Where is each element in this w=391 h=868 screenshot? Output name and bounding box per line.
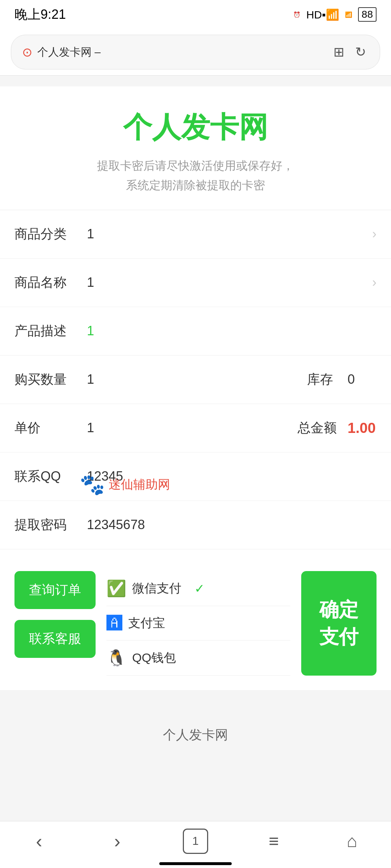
qq-wallet-icon: 🐧 <box>106 648 126 667</box>
status-time: 晚上9:21 <box>14 6 66 24</box>
stock-label: 库存 <box>307 371 333 388</box>
wechat-pay-item[interactable]: ✅ 微信支付 ✓ <box>106 571 290 606</box>
tabs-button[interactable]: 1 <box>177 829 214 854</box>
bottom-nav: ‹ › 1 ≡ ⌂ <box>0 821 391 868</box>
qq-label: 联系QQ <box>14 468 87 485</box>
qq-value: 12345 <box>87 469 377 484</box>
product-name-value: 1 <box>87 275 372 290</box>
qq-row: 联系QQ 12345 <box>0 452 391 501</box>
menu-icon: ≡ <box>269 831 279 851</box>
bookmark-button[interactable]: ⊞ <box>331 42 347 63</box>
alipay-label: 支付宝 <box>128 615 165 631</box>
site-title: 个人发卡网 <box>14 108 377 147</box>
unit-price-label: 单价 <box>14 419 87 437</box>
total-value: 1.00 <box>348 420 377 436</box>
refresh-button[interactable]: ↻ <box>352 42 369 63</box>
category-row[interactable]: 商品分类 1 › <box>0 210 391 259</box>
alarm-icon: ⏰ <box>293 11 300 18</box>
url-bar[interactable]: ⊙ 个人发卡网 – ⊞ ↻ <box>11 35 380 69</box>
home-icon: ⌂ <box>347 831 357 851</box>
alipay-item[interactable]: 🅰 支付宝 <box>106 606 290 641</box>
stock-value: 0 <box>348 372 377 387</box>
confirm-payment-button[interactable]: 确定支付 <box>301 571 377 676</box>
quantity-row: 购买数量 1 库存 0 <box>0 356 391 404</box>
product-name-row[interactable]: 商品名称 1 › <box>0 259 391 307</box>
alipay-icon: 🅰 <box>106 614 122 632</box>
form-section: 商品分类 1 › 商品名称 1 › 产品描述 1 购买数量 1 库存 0 单价 … <box>0 210 391 549</box>
wechat-pay-label: 微信支付 <box>132 580 181 597</box>
contact-service-button[interactable]: 联系客服 <box>14 620 96 658</box>
menu-button[interactable]: ≡ <box>256 831 292 851</box>
forward-button[interactable]: › <box>99 830 135 852</box>
forward-icon: › <box>114 830 120 852</box>
home-button[interactable]: ⌂ <box>334 831 370 851</box>
product-name-label: 商品名称 <box>14 274 87 292</box>
unit-price-value: 1 <box>87 420 192 435</box>
category-value: 1 <box>87 226 372 242</box>
main-content: 个人发卡网 提取卡密后请尽快激活使用或保存好，系统定期清除被提取的卡密 商品分类… <box>0 86 391 690</box>
footer-text: 个人发卡网 <box>163 727 228 742</box>
product-name-arrow-icon: › <box>372 275 377 290</box>
browser-bar: ⊙ 个人发卡网 – ⊞ ↻ <box>0 29 391 76</box>
product-desc-label: 产品描述 <box>14 322 87 340</box>
password-label: 提取密码 <box>14 516 87 534</box>
url-text: 个人发卡网 – <box>37 45 325 60</box>
bottom-indicator <box>159 862 232 865</box>
wechat-selected-icon: ✓ <box>194 581 205 596</box>
wifi-icon: 📶 <box>345 11 352 18</box>
action-area: 查询订单 联系客服 ✅ 微信支付 ✓ 🅰 支付宝 🐧 QQ钱包 确定支付 <box>0 557 391 690</box>
site-header: 个人发卡网 提取卡密后请尽快激活使用或保存好，系统定期清除被提取的卡密 <box>0 86 391 210</box>
site-subtitle: 提取卡密后请尽快激活使用或保存好，系统定期清除被提取的卡密 <box>14 156 377 195</box>
tab-count: 1 <box>183 829 208 854</box>
signal-icon: HD▪️📶 <box>306 8 339 21</box>
back-icon: ‹ <box>36 830 42 852</box>
battery-icon: 88 <box>358 7 377 22</box>
qq-wallet-item[interactable]: 🐧 QQ钱包 <box>106 641 290 676</box>
total-label: 总金额 <box>298 419 337 437</box>
password-row: 提取密码 12345678 <box>0 501 391 549</box>
product-desc-value: 1 <box>87 323 377 339</box>
quantity-value[interactable]: 1 <box>87 372 197 387</box>
security-warning-icon: ⊙ <box>22 45 32 59</box>
category-arrow-icon: › <box>372 226 377 242</box>
status-bar: 晚上9:21 ⏰ HD▪️📶 📶 88 <box>0 0 391 29</box>
qq-wallet-label: QQ钱包 <box>132 650 176 666</box>
quantity-label: 购买数量 <box>14 371 87 388</box>
query-order-button[interactable]: 查询订单 <box>14 571 96 609</box>
product-desc-row[interactable]: 产品描述 1 <box>0 307 391 356</box>
status-icons: ⏰ HD▪️📶 📶 88 <box>293 7 377 22</box>
back-button[interactable]: ‹ <box>21 830 57 852</box>
price-row: 单价 1 总金额 1.00 <box>0 404 391 452</box>
password-value[interactable]: 12345678 <box>87 517 377 532</box>
footer: 个人发卡网 <box>0 705 391 766</box>
payment-options: ✅ 微信支付 ✓ 🅰 支付宝 🐧 QQ钱包 <box>106 571 290 676</box>
left-buttons: 查询订单 联系客服 <box>14 571 96 658</box>
wechat-pay-icon: ✅ <box>106 579 126 598</box>
category-label: 商品分类 <box>14 225 87 243</box>
